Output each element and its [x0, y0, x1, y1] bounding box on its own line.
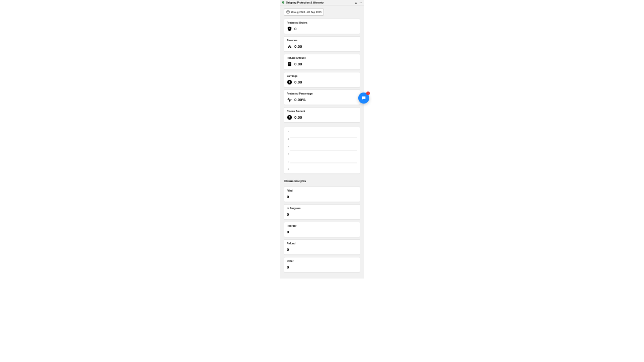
card-label: Refund Amount [287, 56, 357, 60]
svg-point-1 [360, 3, 361, 3]
insight-reorder: Reorder 0 [284, 222, 360, 237]
card-value: 0.00 [294, 44, 302, 49]
svg-point-9 [290, 47, 291, 48]
insight-label: Filed [287, 189, 357, 193]
insight-value: 0 [287, 194, 357, 200]
card-label: Protected Orders [287, 21, 357, 25]
chart-card: 5 4 3 2 1 0 [284, 127, 360, 174]
card-label: Claims Amount [287, 110, 357, 113]
app-title: Shipping Protection & Warranty [286, 1, 353, 5]
titlebar: Shipping Protection & Warranty [280, 0, 364, 6]
card-label: Earnings [287, 74, 357, 78]
ytick: 1 [287, 160, 289, 163]
chat-button[interactable]: 1 [358, 93, 369, 104]
card-value: 0 [294, 26, 296, 32]
user-icon[interactable] [354, 1, 358, 5]
insight-value: 0 [287, 229, 357, 235]
svg-point-8 [289, 45, 291, 47]
summary-cards: Protected Orders 0 Revenue 0.00 [284, 19, 360, 174]
insight-value: 0 [287, 212, 357, 217]
svg-rect-3 [287, 11, 289, 13]
card-revenue: Revenue 0.00 [284, 36, 360, 52]
content-area: 20 Aug 2023 - 20 Sep 2023 Protected Orde… [280, 6, 364, 276]
dollar-circle-icon: $ [287, 115, 292, 120]
ytick: 5 [287, 130, 289, 133]
chart-area: 5 4 3 2 1 0 [287, 130, 357, 170]
app-window: Shipping Protection & Warranty 20 Aug 20… [280, 0, 364, 279]
card-label: Protected Percentage [287, 92, 357, 96]
card-claims-amount: Claims Amount $ 0.00 [284, 107, 360, 123]
card-value: 0.00 [294, 79, 302, 85]
svg-point-7 [288, 47, 289, 48]
insight-in-progress: In Progress 0 [284, 204, 360, 220]
ytick: 0 [287, 168, 289, 171]
card-label: Revenue [287, 39, 357, 42]
receipt-icon [287, 61, 292, 67]
ytick: 2 [287, 153, 289, 156]
svg-point-0 [359, 3, 360, 3]
card-protected-percentage: Protected Percentage 0.00% [284, 89, 360, 105]
ytick: 4 [287, 138, 289, 141]
chat-badge: 1 [366, 92, 370, 95]
svg-rect-11 [289, 63, 291, 64]
card-protected-orders: Protected Orders 0 [284, 19, 360, 34]
activity-icon [287, 97, 292, 103]
shield-check-icon [287, 26, 292, 32]
insight-label: Reorder [287, 224, 357, 228]
insight-filed: Filed 0 [284, 187, 360, 202]
card-earnings: Earnings $ 0.00 [284, 72, 360, 87]
card-value: 0.00 [294, 115, 302, 120]
coins-icon [287, 44, 292, 49]
insight-label: Refund [287, 242, 357, 245]
insight-value: 0 [287, 264, 357, 270]
card-value: 0.00% [294, 97, 306, 103]
ytick: 3 [287, 145, 289, 148]
chart-plot [290, 130, 357, 170]
insight-label: Other [287, 259, 357, 263]
svg-text:$: $ [289, 116, 290, 119]
dollar-circle-icon: $ [287, 79, 292, 85]
insight-other: Other 0 [284, 257, 360, 273]
date-range-button[interactable]: 20 Aug 2023 - 20 Sep 2023 [284, 9, 324, 16]
insight-value: 0 [287, 247, 357, 252]
svg-point-2 [361, 3, 362, 3]
claims-insights-header: Claims Insights [284, 179, 360, 183]
shield-icon [282, 1, 285, 4]
svg-text:$: $ [289, 80, 290, 83]
insight-refund: Refund 0 [284, 239, 360, 255]
card-value: 0.00 [294, 61, 302, 67]
date-range-label: 20 Aug 2023 - 20 Sep 2023 [291, 11, 321, 14]
card-refund-amount: Refund Amount 0.00 [284, 54, 360, 69]
more-icon[interactable] [359, 1, 362, 5]
calendar-icon [286, 10, 290, 14]
insight-label: In Progress [287, 207, 357, 210]
claims-insights-cards: Filed 0 In Progress 0 Reorder 0 Refund 0… [284, 187, 360, 273]
chart-yaxis: 5 4 3 2 1 0 [287, 130, 289, 170]
svg-rect-12 [289, 64, 291, 65]
